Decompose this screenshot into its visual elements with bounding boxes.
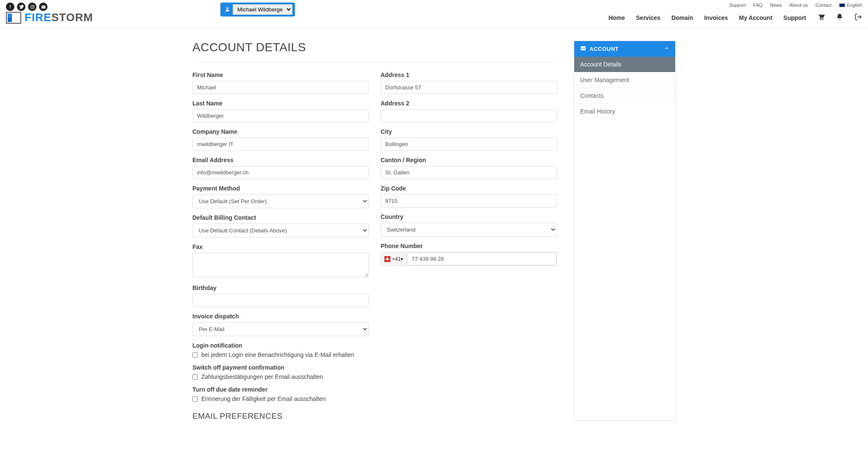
side-item-contacts[interactable]: Contacts bbox=[574, 88, 675, 104]
label-invoice-dispatch: Invoice dispatch bbox=[192, 313, 369, 320]
select-country[interactable]: Switzerland bbox=[381, 223, 557, 237]
label-default-billing: Default Billing Contact bbox=[192, 214, 369, 221]
top-link-contact[interactable]: Contact bbox=[815, 3, 832, 8]
input-address2[interactable] bbox=[381, 109, 557, 122]
svg-rect-10 bbox=[584, 49, 585, 49]
label-payment-method: Payment Method bbox=[192, 185, 369, 192]
nav-invoices[interactable]: Invoices bbox=[704, 14, 728, 21]
side-item-account-details[interactable]: Account Details bbox=[574, 57, 675, 72]
input-first-name[interactable] bbox=[192, 81, 369, 94]
side-panel-header[interactable]: ACCOUNT bbox=[574, 41, 675, 57]
phone-prefix[interactable]: +41▾ bbox=[381, 252, 407, 265]
logo[interactable]: FIRESTORM bbox=[6, 11, 93, 24]
svg-point-3 bbox=[226, 7, 228, 9]
input-canton[interactable] bbox=[381, 166, 557, 179]
top-link-news[interactable]: News bbox=[770, 3, 782, 8]
select-payment-method[interactable]: Use Default (Set Per Order) bbox=[192, 194, 369, 208]
label-phone: Phone Number bbox=[381, 243, 557, 249]
select-default-billing[interactable]: Use Default Contact (Details Above) bbox=[192, 224, 369, 238]
input-fax[interactable] bbox=[192, 253, 369, 277]
input-last-name[interactable] bbox=[192, 109, 369, 122]
label-address2: Address 2 bbox=[381, 100, 557, 107]
side-item-user-management[interactable]: User Management bbox=[574, 72, 675, 88]
mail-icon[interactable] bbox=[39, 3, 47, 11]
top-link-about[interactable]: About us bbox=[790, 3, 808, 8]
nav-services[interactable]: Services bbox=[636, 14, 661, 21]
phone-prefix-text: +41▾ bbox=[392, 256, 403, 262]
input-city[interactable] bbox=[381, 138, 557, 151]
svg-rect-7 bbox=[581, 46, 586, 50]
label-canton: Canton / Region bbox=[381, 157, 557, 163]
label-turn-off-due-desc: Erinnerung der Fälligkeit per Email auss… bbox=[201, 395, 326, 402]
svg-point-2 bbox=[33, 6, 33, 6]
chevron-up-icon bbox=[664, 46, 669, 52]
select-invoice-dispatch[interactable]: Per E-Mail bbox=[192, 322, 369, 336]
section-email-prefs: EMAIL PREFERENCES bbox=[192, 412, 369, 421]
input-address1[interactable] bbox=[381, 81, 557, 94]
nav-my-account[interactable]: My Account bbox=[739, 14, 773, 21]
bell-icon[interactable] bbox=[836, 13, 843, 22]
label-fax: Fax bbox=[192, 243, 369, 250]
checkbox-switch-off-payment[interactable] bbox=[192, 374, 198, 380]
label-country: Country bbox=[381, 213, 557, 220]
nav-support[interactable]: Support bbox=[783, 14, 806, 21]
svg-rect-9 bbox=[584, 47, 585, 48]
side-panel-title: ACCOUNT bbox=[590, 46, 619, 52]
label-city: City bbox=[381, 128, 557, 135]
svg-point-4 bbox=[820, 19, 821, 20]
cart-icon[interactable] bbox=[817, 13, 825, 22]
flag-uk-icon bbox=[839, 3, 845, 7]
flag-ch-icon bbox=[384, 256, 390, 262]
label-zip: Zip Code bbox=[381, 185, 557, 192]
page-title: ACCOUNT DETAILS bbox=[192, 41, 557, 54]
facebook-icon[interactable]: f bbox=[6, 3, 14, 11]
label-switch-off-payment-desc: Zahlungsbestätigungen per Email ausschal… bbox=[201, 373, 323, 380]
input-phone[interactable] bbox=[407, 252, 556, 265]
checkbox-login-notification[interactable] bbox=[192, 352, 198, 358]
logo-icon bbox=[6, 12, 21, 24]
language-label: English bbox=[847, 3, 862, 8]
label-first-name: First Name bbox=[192, 72, 369, 78]
top-links: Support FAQ News About us Contact Englis… bbox=[729, 3, 862, 8]
user-select[interactable]: Michael Wildberge bbox=[233, 4, 292, 15]
top-link-support[interactable]: Support bbox=[729, 3, 746, 8]
side-item-email-history[interactable]: Email History bbox=[574, 104, 675, 119]
divider bbox=[192, 62, 557, 62]
instagram-icon[interactable] bbox=[28, 3, 36, 11]
logout-icon[interactable] bbox=[854, 13, 862, 22]
label-login-notification-desc: bei jedem Login eine Benachrichtigung vi… bbox=[201, 351, 354, 358]
svg-point-8 bbox=[581, 48, 583, 49]
label-last-name: Last Name bbox=[192, 100, 369, 107]
nav-domain[interactable]: Domain bbox=[671, 14, 693, 21]
label-login-notification: Login notification bbox=[192, 342, 369, 349]
input-company-name[interactable] bbox=[192, 138, 369, 151]
social-icons: f bbox=[6, 3, 47, 11]
label-turn-off-due: Turn off due date reminder bbox=[192, 386, 369, 393]
user-icon bbox=[225, 6, 230, 13]
top-link-faq[interactable]: FAQ bbox=[753, 3, 762, 8]
label-birthday: Birthday bbox=[192, 285, 369, 291]
input-email[interactable] bbox=[192, 166, 369, 179]
twitter-icon[interactable] bbox=[17, 3, 25, 11]
logo-text: FIRESTORM bbox=[25, 11, 93, 24]
svg-point-5 bbox=[822, 19, 823, 20]
account-card-icon bbox=[580, 45, 586, 52]
language-selector[interactable]: English bbox=[839, 3, 862, 8]
user-switcher[interactable]: Michael Wildberge bbox=[220, 3, 295, 17]
input-birthday[interactable] bbox=[192, 294, 369, 307]
label-address1: Address 1 bbox=[381, 72, 557, 78]
label-switch-off-payment: Switch off payment confirmation bbox=[192, 364, 369, 371]
main-nav: Home Services Domain Invoices My Account… bbox=[609, 13, 862, 22]
input-zip[interactable] bbox=[381, 194, 557, 207]
side-panel-account: ACCOUNT Account Details User Management … bbox=[574, 41, 676, 421]
label-email: Email Address bbox=[192, 157, 369, 163]
phone-input-group: +41▾ bbox=[381, 252, 557, 266]
nav-home[interactable]: Home bbox=[609, 14, 625, 21]
svg-point-1 bbox=[31, 6, 33, 8]
label-company-name: Company Name bbox=[192, 128, 369, 135]
checkbox-turn-off-due[interactable] bbox=[192, 396, 198, 402]
